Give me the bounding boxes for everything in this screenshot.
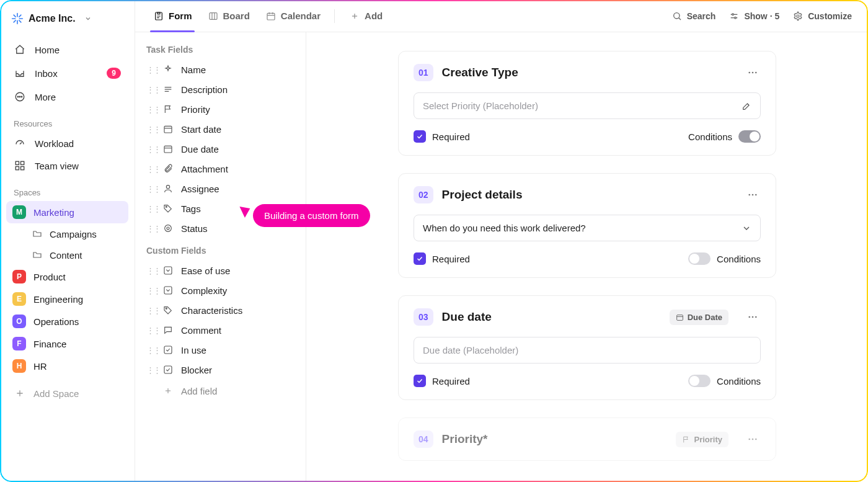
card-number: 03 xyxy=(414,308,433,326)
nav-more[interactable]: More xyxy=(6,86,128,108)
nav-workload[interactable]: Workload xyxy=(6,132,128,154)
space-label: Marketing xyxy=(33,207,74,218)
sliders-icon xyxy=(728,10,740,22)
drag-icon: ⋮⋮ xyxy=(146,105,155,114)
nav-home-label: Home xyxy=(35,45,60,55)
space-finance[interactable]: F Finance xyxy=(6,332,128,355)
chevron-down-icon xyxy=(742,223,751,233)
priority-select[interactable]: Select Priority (Placeholder) xyxy=(414,92,761,119)
workspace-name: Acme Inc. xyxy=(29,13,76,24)
card-more-button[interactable] xyxy=(745,187,761,203)
board-icon xyxy=(207,10,219,22)
placeholder-text: Due date (Placeholder) xyxy=(423,345,518,355)
subspace-content[interactable]: Content xyxy=(6,244,128,266)
field-complexity[interactable]: ⋮⋮Complexity xyxy=(140,280,301,300)
field-description[interactable]: ⋮⋮Description xyxy=(140,79,301,99)
space-label: HR xyxy=(33,361,47,372)
cursor-icon xyxy=(239,202,252,217)
space-label: Product xyxy=(33,272,66,282)
edit-icon[interactable] xyxy=(742,101,751,111)
field-name[interactable]: ⋮⋮Name xyxy=(140,60,301,79)
field-label: Description xyxy=(181,84,228,95)
required-checkbox[interactable] xyxy=(414,252,426,265)
fields-panel: Task Fields ⋮⋮Name ⋮⋮Description ⋮⋮Prior… xyxy=(135,32,306,482)
due-date-input[interactable]: Due date (Placeholder) xyxy=(414,337,761,364)
svg-point-65 xyxy=(748,439,750,440)
tab-calendar[interactable]: Calendar xyxy=(259,0,327,32)
field-inuse[interactable]: ⋮⋮In use xyxy=(140,340,301,360)
workspace-switcher[interactable]: Acme Inc. xyxy=(6,9,128,29)
svg-rect-50 xyxy=(164,346,172,354)
field-type-chip: Due Date xyxy=(670,310,728,325)
svg-point-55 xyxy=(752,72,754,74)
field-type-chip: Priority xyxy=(676,432,728,447)
field-duedate[interactable]: ⋮⋮Due date xyxy=(140,139,301,159)
required-checkbox[interactable] xyxy=(414,130,426,143)
space-operations[interactable]: O Operations xyxy=(6,310,128,332)
svg-point-57 xyxy=(748,194,750,196)
nav-teamview[interactable]: Team view xyxy=(6,154,128,177)
nav-home[interactable]: Home xyxy=(6,38,128,61)
space-marketing[interactable]: M Marketing xyxy=(6,201,128,223)
drag-icon: ⋮⋮ xyxy=(146,164,155,174)
field-attachment[interactable]: ⋮⋮Attachment xyxy=(140,159,301,179)
field-label: Attachment xyxy=(181,164,228,174)
conditions-toggle[interactable] xyxy=(688,252,711,265)
card-number: 01 xyxy=(414,64,433,81)
svg-rect-20 xyxy=(210,12,217,19)
field-comment[interactable]: ⋮⋮Comment xyxy=(140,320,301,340)
add-space-button[interactable]: Add Space xyxy=(6,381,128,406)
drag-icon: ⋮⋮ xyxy=(146,326,155,335)
show-label: Show · 5 xyxy=(744,11,779,21)
form-card-project-details: 02 Project details When do you need this… xyxy=(398,173,776,278)
field-priority[interactable]: ⋮⋮Priority xyxy=(140,99,301,119)
project-details-select[interactable]: When do you need this work delivered? xyxy=(414,215,761,241)
tooltip-text: Building a custom form xyxy=(253,204,370,227)
conditions-toggle[interactable] xyxy=(688,375,711,387)
space-engineering[interactable]: E Engineering xyxy=(6,288,128,310)
space-product[interactable]: P Product xyxy=(6,266,128,288)
card-more-button[interactable] xyxy=(745,65,761,81)
add-field-button[interactable]: ⋮⋮ Add field xyxy=(140,380,301,402)
drag-icon: ⋮⋮ xyxy=(146,125,155,134)
subspace-campaigns[interactable]: Campaigns xyxy=(6,223,128,244)
gauge-icon xyxy=(14,137,26,150)
more-icon xyxy=(14,91,26,103)
drag-icon: ⋮⋮ xyxy=(146,306,155,315)
show-button[interactable]: Show · 5 xyxy=(723,6,784,26)
tab-add[interactable]: Add xyxy=(342,0,389,32)
svg-rect-15 xyxy=(16,167,19,170)
svg-point-66 xyxy=(752,439,754,440)
svg-point-9 xyxy=(17,96,19,97)
customize-button[interactable]: Customize xyxy=(787,6,857,26)
space-hr[interactable]: H HR xyxy=(6,355,128,377)
nav-inbox[interactable]: Inbox 9 xyxy=(6,62,128,84)
form-icon xyxy=(153,10,165,22)
svg-point-45 xyxy=(165,225,172,232)
search-button[interactable]: Search xyxy=(666,6,721,26)
svg-point-35 xyxy=(797,15,799,17)
drag-icon: ⋮⋮ xyxy=(146,266,155,275)
required-checkbox[interactable] xyxy=(414,375,426,387)
conditions-label: Conditions xyxy=(717,376,761,386)
tab-form[interactable]: Form xyxy=(146,0,198,32)
card-more-button[interactable] xyxy=(745,309,761,325)
nav-workload-label: Workload xyxy=(35,138,74,149)
tab-board[interactable]: Board xyxy=(201,0,256,32)
field-ease[interactable]: ⋮⋮Ease of use xyxy=(140,261,301,280)
drag-icon: ⋮⋮ xyxy=(146,184,155,194)
card-number: 02 xyxy=(414,186,433,203)
drag-icon: ⋮⋮ xyxy=(146,286,155,295)
field-startdate[interactable]: ⋮⋮Start date xyxy=(140,119,301,139)
conditions-toggle[interactable] xyxy=(738,130,761,143)
drag-icon: ⋮⋮ xyxy=(146,65,155,74)
field-label: Priority xyxy=(181,104,210,115)
svg-point-62 xyxy=(748,316,750,318)
field-characteristics[interactable]: ⋮⋮Characteristics xyxy=(140,300,301,320)
card-more-button[interactable] xyxy=(745,431,761,447)
svg-rect-41 xyxy=(164,146,172,153)
folder-icon xyxy=(31,249,43,261)
field-blocker[interactable]: ⋮⋮Blocker xyxy=(140,360,301,380)
subspace-label: Campaigns xyxy=(50,229,97,239)
svg-line-6 xyxy=(14,20,16,22)
